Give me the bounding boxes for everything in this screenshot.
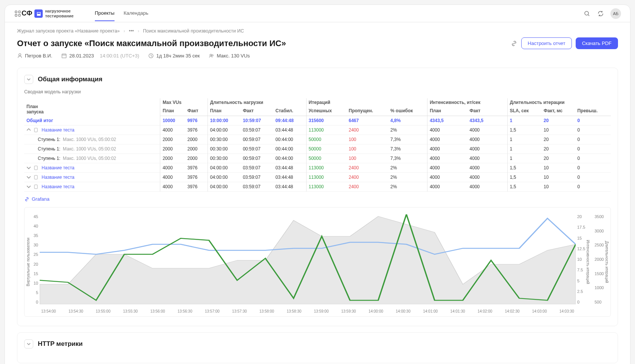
collapse-button[interactable] xyxy=(24,75,33,84)
chevron-down-icon[interactable] xyxy=(26,184,31,189)
x-axis: 13:54:0013:54:3013:55:0013:55:3013:56:00… xyxy=(40,309,576,313)
y-axis-left-label: Виртуальные пользователи xyxy=(26,238,30,286)
chevron-down-icon[interactable] xyxy=(26,166,31,170)
table-row: Ступень 1: Макс. 1000 VUs, 05:00:02 2000… xyxy=(24,135,611,144)
nav-projects[interactable]: Проекты xyxy=(95,6,115,21)
collapse-button[interactable] xyxy=(24,339,33,349)
users-icon xyxy=(209,53,214,59)
apps-icon[interactable] xyxy=(14,10,22,17)
grafana-link[interactable]: Grafana xyxy=(17,192,56,203)
section-title: Общая информация xyxy=(38,76,102,83)
section-general-info: Общая информация Сводная модель нагрузки… xyxy=(17,68,618,326)
search-icon[interactable] xyxy=(583,10,591,17)
svg-point-8 xyxy=(210,54,212,56)
logo: СФ ⬓ нагрузочное тестирование xyxy=(22,9,74,18)
breadcrumb-dots[interactable]: ••• xyxy=(129,28,134,34)
table-row: Название теста 40003976 04:00:0003:59:07… xyxy=(24,125,611,135)
chart-svg xyxy=(40,214,576,304)
svg-rect-10 xyxy=(34,128,37,132)
subsection-title: Сводная модель нагрузки xyxy=(17,89,618,98)
chevron-up-icon[interactable] xyxy=(26,128,31,132)
svg-rect-6 xyxy=(62,54,66,58)
breadcrumb-item[interactable]: Журнал запусков проекта «Название проект… xyxy=(17,28,120,34)
table-row: Название теста 40003976 04:00:0003:59:07… xyxy=(24,173,611,182)
chevron-right-icon: › xyxy=(124,28,125,34)
doc-icon xyxy=(34,166,39,170)
logo-box: ⬓ xyxy=(34,9,43,18)
calendar-icon xyxy=(61,53,67,59)
link-icon[interactable] xyxy=(511,40,517,47)
topbar: СФ ⬓ нагрузочное тестирование Проекты Ка… xyxy=(5,5,630,22)
meta-row: Петров В.И. 28.01.2023 14:00:01 (UTC+3) … xyxy=(17,53,618,59)
svg-rect-1 xyxy=(19,11,20,13)
download-pdf-button[interactable]: Скачать PDF xyxy=(576,37,618,49)
svg-rect-11 xyxy=(34,166,37,170)
svg-rect-0 xyxy=(15,11,17,13)
svg-rect-12 xyxy=(34,175,37,179)
svg-point-4 xyxy=(585,11,589,15)
breadcrumb: Журнал запусков проекта «Название проект… xyxy=(17,28,618,34)
svg-point-9 xyxy=(212,55,214,56)
load-model-table: План запуска Max VUs Длительность нагруз… xyxy=(24,98,611,192)
breadcrumb-current: Поиск максимальной производительности ИС xyxy=(143,28,244,34)
y-axis-right1: 2017.51512.5107.552.50 xyxy=(576,208,593,316)
user-icon xyxy=(17,53,23,59)
nav: Проекты Календарь xyxy=(95,6,149,21)
configure-button[interactable]: Настроить отчет xyxy=(521,37,572,49)
page-title: Отчет о запуске «Поиск максимальной прои… xyxy=(17,39,286,48)
section-title: HTTP метрики xyxy=(38,340,83,348)
load-chart: Виртуальные пользователи 454035302520151… xyxy=(24,207,611,317)
table-row: Ступень 1: Макс. 1000 VUs, 05:00:02 2000… xyxy=(24,144,611,154)
table-row: Ступень 1: Макс. 1000 VUs, 05:00:02 2000… xyxy=(24,154,611,163)
y-axis-right1-label: Интенсивность итераций xyxy=(586,240,590,284)
chevron-right-icon: › xyxy=(138,28,139,34)
reload-icon[interactable] xyxy=(597,10,604,17)
y-axis-right2-label: Длительность итераций xyxy=(605,241,609,283)
logo-mark: СФ xyxy=(22,9,32,17)
avatar[interactable]: АБ xyxy=(610,8,621,19)
svg-rect-13 xyxy=(34,185,37,189)
svg-point-5 xyxy=(19,54,21,56)
chevron-down-icon[interactable] xyxy=(26,175,31,180)
doc-icon xyxy=(34,184,39,189)
svg-rect-3 xyxy=(19,14,20,16)
doc-icon xyxy=(34,175,39,180)
table-row: Общий итог 100009976 10:00:0010:59:0709:… xyxy=(24,116,611,125)
table-row: Название теста 40003976 04:00:0003:59:07… xyxy=(24,163,611,173)
doc-icon xyxy=(34,128,39,132)
svg-rect-2 xyxy=(15,14,17,16)
section-http-metrics: HTTP метрики xyxy=(17,332,618,363)
clock-icon xyxy=(148,53,154,59)
nav-calendar[interactable]: Календарь xyxy=(124,6,149,21)
table-row: Название теста 40003976 04:00:0003:59:07… xyxy=(24,182,611,192)
